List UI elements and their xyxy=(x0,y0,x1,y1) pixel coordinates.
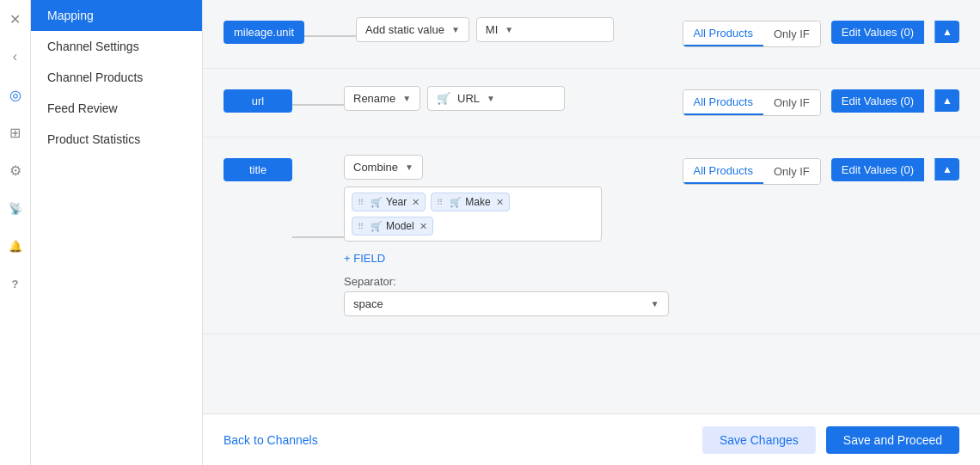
separator-value: space xyxy=(353,297,383,310)
model-tag-label: Model xyxy=(386,220,414,232)
sidebar-item-mapping[interactable]: Mapping xyxy=(31,0,202,31)
model-tag: ⠿ 🛒 Model ✕ xyxy=(352,217,433,236)
title-tags-container: ⠿ 🛒 Year ✕ ⠿ 🛒 Make ✕ xyxy=(344,187,602,242)
chevron-down-icon: ▼ xyxy=(451,25,460,34)
url-action-label: Rename xyxy=(353,92,395,105)
model-tag-close-icon[interactable]: ✕ xyxy=(420,221,427,232)
main-content-area: mileage.unit Add static value ▼ MI ▼ All… xyxy=(203,0,980,465)
close-icon[interactable]: ✕ xyxy=(3,7,28,31)
chevron-down-icon: ▼ xyxy=(405,162,413,172)
url-only-if-btn[interactable]: Only IF xyxy=(763,90,820,115)
title-field[interactable]: title xyxy=(224,158,292,181)
broadcast-icon[interactable]: 📡 xyxy=(3,196,28,220)
sidebar-item-product-statistics[interactable]: Product Statistics xyxy=(31,124,202,155)
title-filter-group: All Products Only IF xyxy=(683,158,821,185)
sidebar: Mapping Channel Settings Channel Product… xyxy=(31,0,203,465)
mileage-row: mileage.unit Add static value ▼ MI ▼ All… xyxy=(203,0,980,69)
circle-icon[interactable]: ◎ xyxy=(3,83,28,107)
year-tag-label: Year xyxy=(386,196,407,208)
url-edit-values-btn[interactable]: Edit Values (0) xyxy=(831,89,924,113)
url-expand-btn[interactable]: ▲ xyxy=(934,89,959,112)
add-field-btn[interactable]: + FIELD xyxy=(344,248,385,268)
url-controls: Rename ▼ 🛒 URL ▼ xyxy=(344,86,669,111)
url-cart-icon: 🛒 xyxy=(437,92,450,105)
gear-icon[interactable]: ⚙ xyxy=(3,158,28,182)
mileage-right-controls: All Products Only IF Edit Values (0) ▲ xyxy=(669,17,959,47)
mileage-action-label: Add static value xyxy=(365,23,444,36)
title-expand-btn[interactable]: ▲ xyxy=(934,158,959,180)
url-action-dropdown[interactable]: Rename ▼ xyxy=(344,86,420,111)
grid-icon[interactable]: ⊞ xyxy=(3,120,28,144)
title-right-controls: All Products Only IF Edit Values (0) ▲ xyxy=(669,155,959,185)
chevron-down-icon: ▼ xyxy=(651,299,659,309)
mileage-value-label: MI xyxy=(486,23,498,36)
mileage-all-products-btn[interactable]: All Products xyxy=(683,21,763,46)
url-field[interactable]: url xyxy=(224,89,292,113)
mileage-edit-values-btn[interactable]: Edit Values (0) xyxy=(831,21,924,44)
mileage-unit-field[interactable]: mileage.unit xyxy=(224,21,304,44)
chevron-down-icon: ▼ xyxy=(505,25,513,34)
connector-line xyxy=(292,104,344,106)
url-value-label: URL xyxy=(457,92,480,105)
mileage-filter-group: All Products Only IF xyxy=(683,21,821,47)
title-only-if-btn[interactable]: Only IF xyxy=(763,159,820,184)
separator-row: Separator: space ▼ xyxy=(344,275,669,316)
url-right-controls: All Products Only IF Edit Values (0) ▲ xyxy=(669,86,959,116)
back-icon[interactable]: ‹ xyxy=(3,45,28,69)
url-filter-group: All Products Only IF xyxy=(683,89,821,116)
year-tag-close-icon[interactable]: ✕ xyxy=(412,197,420,208)
icon-strip: ✕ ‹ ◎ ⊞ ⚙ 📡 🔔 ? xyxy=(0,0,31,465)
mileage-value-dropdown[interactable]: MI ▼ xyxy=(476,17,614,42)
cart-icon: 🛒 xyxy=(371,197,383,208)
separator-dropdown[interactable]: space ▼ xyxy=(344,291,669,316)
add-field-row: + FIELD xyxy=(344,248,669,268)
chevron-down-icon: ▼ xyxy=(402,94,411,103)
drag-handle-icon: ⠿ xyxy=(437,198,443,207)
drag-handle-icon: ⠿ xyxy=(358,198,364,207)
year-tag: ⠿ 🛒 Year ✕ xyxy=(352,193,426,211)
footer: Back to Channels Save Changes Save and P… xyxy=(203,413,980,465)
make-tag-label: Make xyxy=(465,196,490,208)
cart-icon: 🛒 xyxy=(450,197,462,208)
title-top-row: Combine ▼ ⠿ 🛒 Year ✕ ⠿ xyxy=(344,155,669,242)
footer-buttons: Save Changes Save and Proceed xyxy=(702,426,959,454)
title-edit-values-btn[interactable]: Edit Values (0) xyxy=(831,158,924,181)
title-action-dropdown[interactable]: Combine ▼ xyxy=(344,155,423,180)
mileage-top-row: Add static value ▼ MI ▼ xyxy=(356,17,668,42)
bell-icon[interactable]: 🔔 xyxy=(3,234,28,258)
connector-line xyxy=(304,35,356,37)
mileage-only-if-btn[interactable]: Only IF xyxy=(763,21,820,46)
sidebar-item-channel-products[interactable]: Channel Products xyxy=(31,62,202,93)
title-row: title Combine ▼ ⠿ 🛒 Year ✕ xyxy=(203,138,980,334)
mapping-content: mileage.unit Add static value ▼ MI ▼ All… xyxy=(203,0,980,465)
question-icon[interactable]: ? xyxy=(3,272,28,296)
title-action-label: Combine xyxy=(353,161,398,174)
title-all-products-btn[interactable]: All Products xyxy=(683,159,763,184)
mileage-controls: Add static value ▼ MI ▼ xyxy=(356,17,668,42)
url-value-dropdown[interactable]: 🛒 URL ▼ xyxy=(427,86,565,111)
separator-label: Separator: xyxy=(344,275,669,288)
save-changes-btn[interactable]: Save Changes xyxy=(702,426,816,454)
mileage-expand-btn[interactable]: ▲ xyxy=(934,21,959,43)
back-to-channels-link[interactable]: Back to Channels xyxy=(224,433,318,447)
title-controls: Combine ▼ ⠿ 🛒 Year ✕ ⠿ xyxy=(344,155,669,316)
sidebar-item-channel-settings[interactable]: Channel Settings xyxy=(31,31,202,62)
chevron-down-icon: ▼ xyxy=(487,94,495,103)
sidebar-item-feed-review[interactable]: Feed Review xyxy=(31,93,202,124)
drag-handle-icon: ⠿ xyxy=(358,222,364,231)
url-all-products-btn[interactable]: All Products xyxy=(683,90,763,115)
cart-icon: 🛒 xyxy=(371,221,383,232)
mileage-action-dropdown[interactable]: Add static value ▼ xyxy=(356,17,469,42)
make-tag: ⠿ 🛒 Make ✕ xyxy=(431,193,509,211)
connector-line xyxy=(292,236,344,238)
url-row: url Rename ▼ 🛒 URL ▼ All Produ xyxy=(203,69,980,138)
url-top-row: Rename ▼ 🛒 URL ▼ xyxy=(344,86,669,111)
save-and-proceed-btn[interactable]: Save and Proceed xyxy=(826,426,959,454)
make-tag-close-icon[interactable]: ✕ xyxy=(496,197,504,208)
